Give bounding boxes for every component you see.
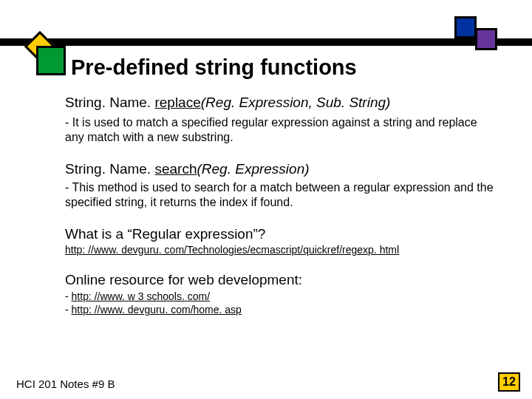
online-link-1-row: - http: //www. w 3 schools. com/: [65, 290, 494, 303]
online-resource-heading: Online resource for web development:: [65, 272, 494, 288]
dash-1: -: [65, 290, 72, 302]
regex-question: What is a “Regular expression”?: [65, 226, 494, 242]
online-links: - http: //www. w 3 schools. com/ - http:…: [65, 290, 494, 316]
sig2-prefix: String. Name.: [65, 161, 154, 177]
slide-title: Pre-defined string functions: [71, 55, 357, 80]
sig1-prefix: String. Name.: [65, 95, 154, 110]
purple-square-icon: [475, 28, 497, 50]
dash-2: -: [65, 304, 72, 316]
online-link-1[interactable]: http: //www. w 3 schools. com/: [72, 290, 211, 302]
page-number: 12: [498, 372, 520, 392]
search-description: - This method is used to search for a ma…: [65, 180, 494, 210]
regex-link[interactable]: http: //www. devguru. com/Technologies/e…: [65, 244, 494, 256]
green-square-icon: [36, 46, 66, 75]
replace-signature: String. Name. replace(Reg. Expression, S…: [65, 95, 494, 111]
sig2-args: (Reg. Expression): [197, 161, 309, 177]
top-black-bar: [0, 38, 532, 46]
slide-content: String. Name. replace(Reg. Expression, S…: [65, 95, 494, 316]
blue-square-icon: [454, 16, 477, 38]
replace-description: - It is used to match a specified regula…: [65, 115, 494, 145]
search-signature: String. Name. search(Reg. Expression): [65, 161, 494, 177]
online-link-2-row: - http: //www. devguru. com/home. asp: [65, 303, 494, 316]
footer-text: HCI 201 Notes #9 B: [16, 378, 115, 390]
sig2-method: search: [154, 161, 197, 177]
sig1-method: replace: [154, 95, 200, 110]
online-link-2[interactable]: http: //www. devguru. com/home. asp: [72, 304, 242, 316]
sig1-args: (Reg. Expression, Sub. String): [201, 95, 391, 110]
